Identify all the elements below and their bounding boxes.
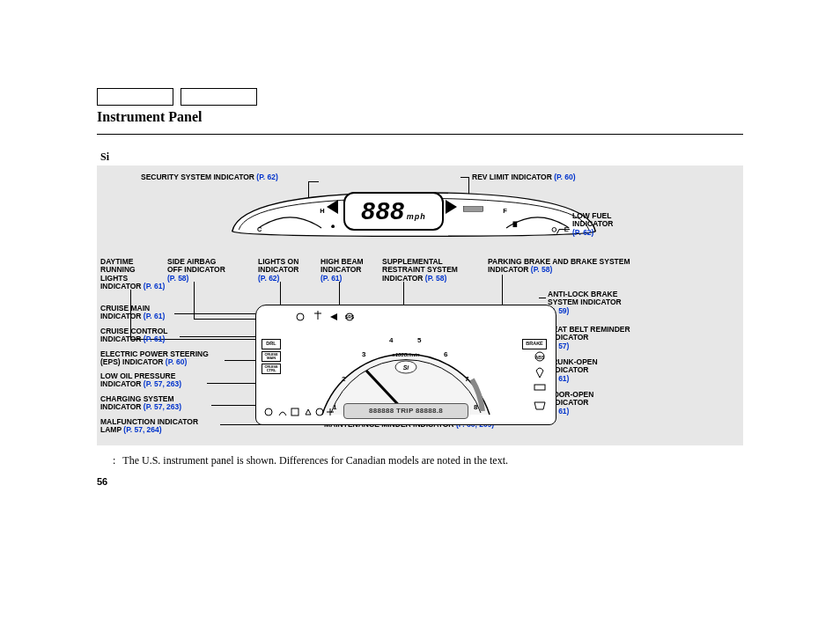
indicator-icons-column-right: ABS [527, 349, 552, 420]
section-subtitle: Si [100, 151, 743, 164]
label-srs: SUPPLEMENTALRESTRAINT SYSTEMINDICATOR (P… [382, 258, 458, 283]
page-number: 56 [97, 476, 743, 487]
svg-rect-6 [513, 222, 518, 228]
placeholder-box [97, 88, 173, 106]
svg-point-20 [265, 408, 272, 415]
label-low-oil: LOW OIL PRESSUREINDICATOR (P. 57, 263) [100, 372, 181, 389]
svg-point-22 [316, 408, 323, 415]
svg-text:3: 3 [362, 350, 366, 358]
brake-box: BRAKE [522, 339, 547, 349]
svg-text:6: 6 [444, 350, 448, 358]
left-turn-icon [328, 201, 338, 213]
svg-rect-25 [534, 385, 545, 390]
label-drl: DAYTIMERUNNINGLIGHTSINDICATOR (P. 61) [100, 258, 165, 290]
svg-point-26 [297, 313, 304, 320]
label-security-system: SECURITY SYSTEM INDICATOR (P. 62) [141, 173, 278, 181]
footnote: :The U.S. instrument panel is shown. Dif… [113, 454, 743, 467]
header-placeholder-boxes [97, 88, 743, 106]
speedometer-display: 888mph [343, 192, 444, 231]
label-side-airbag: SIDE AIRBAGOFF INDICATOR(P. 58) [167, 258, 225, 283]
svg-text:4: 4 [389, 336, 394, 344]
label-abs: ANTI-LOCK BRAKESYSTEM INDICATOR(P. 59) [548, 290, 622, 315]
svg-text:Si: Si [403, 364, 410, 371]
label-high-beam: HIGH BEAMINDICATOR(P. 61) [321, 258, 364, 283]
label-charging: CHARGING SYSTEMINDICATOR (P. 57, 263) [100, 395, 181, 412]
svg-text:SRS: SRS [345, 314, 355, 320]
label-cruise-main: CRUISE MAININDICATOR (P. 61) [100, 305, 165, 321]
label-rev-limit: REV LIMIT INDICATOR (P. 60) [472, 173, 576, 181]
instrument-panel-diagram: SECURITY SYSTEM INDICATOR (P. 62) REV LI… [97, 165, 743, 445]
label-cruise-control: CRUISE CONTROLINDICATOR (P. 61) [100, 327, 168, 344]
svg-rect-21 [291, 408, 298, 415]
placeholder-box [181, 88, 257, 106]
svg-text:8: 8 [474, 403, 478, 411]
label-seat-belt: SEAT BELT REMINDERINDICATOR(P. 57) [548, 326, 630, 350]
label-eps: ELECTRIC POWER STEERING(EPS) INDICATOR (… [100, 350, 209, 367]
svg-point-4 [331, 224, 335, 228]
indicator-icons-row-left [260, 403, 365, 421]
svg-text:F: F [503, 207, 507, 215]
svg-text:C: C [257, 225, 262, 233]
svg-text:H: H [320, 207, 324, 215]
label-lights-on: LIGHTS ONINDICATOR(P. 62) [258, 258, 298, 283]
label-mil: MALFUNCTION INDICATORLAMP (P. 57, 264) [100, 418, 198, 435]
svg-text:7: 7 [465, 375, 469, 383]
cruise-main-box: CRUISE MAIN [262, 351, 281, 362]
svg-text:ABS: ABS [535, 355, 545, 360]
svg-text:5: 5 [417, 336, 422, 344]
label-parking-brake: PARKING BRAKE AND BRAKE SYSTEMINDICATOR … [488, 258, 630, 275]
label-low-fuel: LOW FUEL INDICATOR (P. 62) [572, 212, 613, 237]
indicator-icons-row-top: SRS [291, 309, 468, 325]
lower-cluster: 1 2 3 4 5 6 7 8 x1000r/min Si 888888 TRI… [255, 305, 556, 425]
drl-box: DRL [262, 339, 281, 349]
svg-text:2: 2 [342, 375, 346, 383]
cruise-ctrl-box: CRUISE CTRL [262, 364, 281, 374]
title-rule [97, 134, 743, 135]
page-title: Instrument Panel [97, 109, 743, 125]
svg-text:x1000r/min: x1000r/min [391, 352, 420, 357]
svg-rect-5 [463, 207, 483, 212]
right-turn-icon [446, 201, 456, 213]
